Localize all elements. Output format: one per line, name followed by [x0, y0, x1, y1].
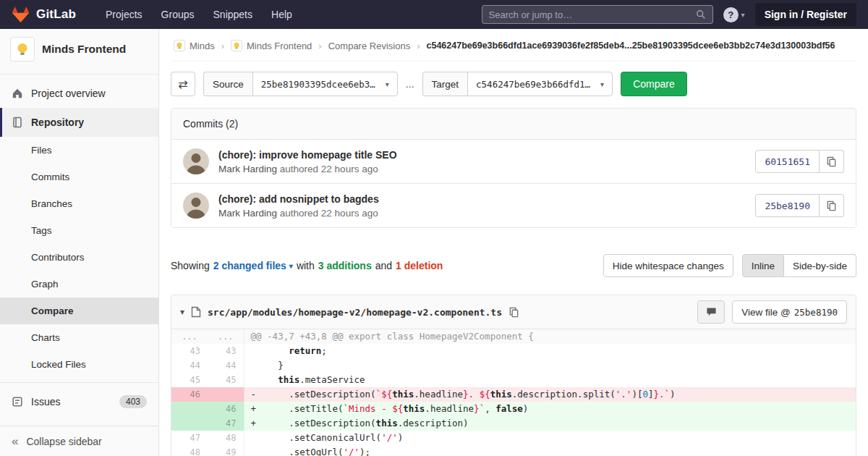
sidebar-repo-list: FilesCommitsBranchesTagsContributorsGrap…	[0, 137, 158, 378]
copy-sha-button[interactable]	[820, 150, 844, 173]
deletions-count: 1 deletion	[396, 260, 443, 271]
source-ref-dropdown[interactable]: 25be81903395dcee6eb3… ▾	[252, 72, 398, 96]
sidebar-item-label: Issues	[31, 396, 60, 408]
code-line: this.metaService	[244, 373, 856, 387]
new-line-number[interactable]: 46	[208, 402, 244, 416]
diff-sign	[251, 374, 257, 385]
diff-row: 46- .setDescription(`${this.headline}. $…	[171, 387, 856, 402]
sidebar-item-locked-files[interactable]: Locked Files	[0, 351, 158, 378]
sidebar-item-repository[interactable]: Repository	[0, 108, 158, 137]
sidebar-item-project-overview[interactable]: Project overview	[0, 79, 158, 108]
chevron-down-icon: ▾	[289, 262, 293, 270]
diff-row: 47+ .setDescription(this.description)	[171, 416, 856, 431]
main-content: Minds›Minds Frontend›Compare Revisions›c…	[159, 29, 868, 456]
old-line-number[interactable]: 45	[171, 373, 208, 387]
new-line-number[interactable]: 44	[208, 358, 244, 373]
search-input[interactable]	[489, 9, 690, 20]
new-line-number[interactable]: 45	[208, 373, 244, 387]
old-line-number[interactable]: 46	[171, 387, 208, 402]
user-avatar[interactable]	[183, 148, 209, 174]
inline-view-button[interactable]: Inline	[742, 254, 784, 277]
swap-revisions-button[interactable]: ⇄	[171, 72, 195, 96]
view-file-sha: 25be8190	[794, 307, 838, 318]
collapse-sidebar-button[interactable]: « Collapse sidebar	[0, 426, 158, 456]
new-line-number[interactable]: 43	[208, 344, 244, 358]
old-line-number[interactable]	[171, 416, 208, 431]
target-ref-dropdown[interactable]: c546247be69e3b66dfd1… ▾	[467, 72, 613, 96]
old-line-number[interactable]: 47	[171, 431, 208, 445]
new-line-number[interactable]: 47	[208, 416, 244, 431]
old-line-number[interactable]	[171, 402, 208, 416]
hide-whitespace-button[interactable]: Hide whitespace changes	[603, 254, 733, 277]
sidebar-item-tags[interactable]: Tags	[0, 217, 158, 244]
commit-sha-button[interactable]: 25be8190	[755, 194, 820, 217]
sidebar-item-compare[interactable]: Compare	[0, 297, 158, 324]
old-line-number[interactable]: 48	[171, 445, 208, 456]
commit-author-link[interactable]: Mark Harding	[218, 208, 277, 219]
sidebar-item-commits[interactable]: Commits	[0, 164, 158, 190]
divider	[0, 74, 158, 75]
navbar-item-projects[interactable]: Projects	[96, 0, 152, 29]
old-line-number[interactable]: 43	[171, 344, 208, 358]
navbar-item-snippets[interactable]: Snippets	[204, 0, 262, 29]
commit-author-link[interactable]: Mark Harding	[218, 164, 277, 174]
navbar-item-help[interactable]: Help	[262, 0, 302, 29]
commit-title-link[interactable]: (chore): improve homepage title SEO	[218, 149, 397, 161]
copy-sha-button[interactable]	[820, 194, 844, 217]
sidebar-item-label: Repository	[31, 117, 84, 128]
old-line-number[interactable]: ...	[171, 329, 208, 344]
new-line-number[interactable]: 48	[208, 431, 244, 445]
source-group: Source 25be81903395dcee6eb3… ▾	[203, 72, 398, 96]
diff-file-path: src/app/modules/homepage-v2/homepage-v2.…	[208, 307, 502, 318]
search-box[interactable]	[482, 5, 713, 24]
sidebar-item-branches[interactable]: Branches	[0, 190, 158, 217]
diff-row: 46+ .setTitle(`Minds - ${this.headline}`…	[171, 402, 856, 416]
user-avatar[interactable]	[183, 193, 209, 219]
navbar-right: ? ▾ Sign in / Register	[482, 3, 856, 26]
comment-icon	[706, 307, 717, 317]
changed-files-dropdown[interactable]: 2 changed files ▾	[213, 260, 293, 271]
navbar-item-groups[interactable]: Groups	[152, 0, 204, 29]
sidebar-item-files[interactable]: Files	[0, 137, 158, 164]
project-name[interactable]: Minds Frontend	[42, 43, 126, 56]
project-context-header[interactable]: Minds Frontend	[0, 29, 158, 69]
commit-meta: Mark Harding authored 22 hours ago	[218, 208, 379, 219]
gitlab-home-link[interactable]: GitLab	[12, 6, 76, 23]
commit-meta-text: authored 22 hours ago	[280, 208, 378, 219]
compare-button[interactable]: Compare	[621, 72, 687, 96]
project-avatar[interactable]	[10, 37, 35, 62]
breadcrumb-item-minds[interactable]: Minds	[174, 40, 215, 51]
new-line-number[interactable]	[208, 387, 244, 402]
compare-form: ⇄ Source 25be81903395dcee6eb3… ▾ ... Tar…	[171, 72, 856, 96]
sidebar-item-issues[interactable]: Issues 403	[0, 387, 158, 416]
view-file-button[interactable]: View file @ 25be8190	[732, 300, 847, 324]
side-by-side-view-button[interactable]: Side-by-side	[784, 254, 856, 277]
commit-sha-button[interactable]: 60151651	[755, 150, 820, 173]
diff-table-body: ......@@ -43,7 +43,8 @@ export class Hom…	[171, 329, 856, 456]
sidebar-item-contributors[interactable]: Contributors	[0, 244, 158, 271]
breadcrumb-label: Compare Revisions	[328, 41, 410, 51]
brand-title[interactable]: GitLab	[36, 7, 76, 22]
chevron-down-icon: ▾	[386, 80, 389, 88]
sign-in-button[interactable]: Sign in / Register	[755, 3, 856, 26]
sidebar-item-graph[interactable]: Graph	[0, 271, 158, 297]
diff-view-controls: Hide whitespace changes Inline Side-by-s…	[603, 254, 856, 277]
commit-sha-group: 60151651	[755, 150, 844, 173]
divider	[0, 382, 158, 383]
diff-sign: +	[251, 418, 257, 428]
old-line-number[interactable]: 44	[171, 358, 208, 373]
help-menu[interactable]: ? ▾	[723, 7, 745, 22]
collapse-diff-caret-icon[interactable]: ▾	[180, 307, 184, 317]
new-line-number[interactable]: 49	[208, 445, 244, 456]
source-label: Source	[203, 72, 252, 96]
copy-path-button[interactable]	[509, 307, 519, 318]
code-line: - .setDescription(`${this.headline}. ${t…	[244, 387, 856, 402]
sidebar-item-charts[interactable]: Charts	[0, 324, 158, 351]
breadcrumb-item-compare-revisions[interactable]: Compare Revisions	[328, 41, 410, 51]
new-line-number[interactable]: ...	[208, 329, 244, 344]
toggle-comments-button[interactable]	[697, 300, 725, 324]
commit-title-link[interactable]: (chore): add nosnippet to bagdes	[218, 193, 379, 205]
diff-row: 4849 .setOgUrl('/');	[171, 445, 856, 456]
and-label: and	[375, 260, 392, 271]
breadcrumb-item-minds-frontend[interactable]: Minds Frontend	[231, 40, 312, 51]
